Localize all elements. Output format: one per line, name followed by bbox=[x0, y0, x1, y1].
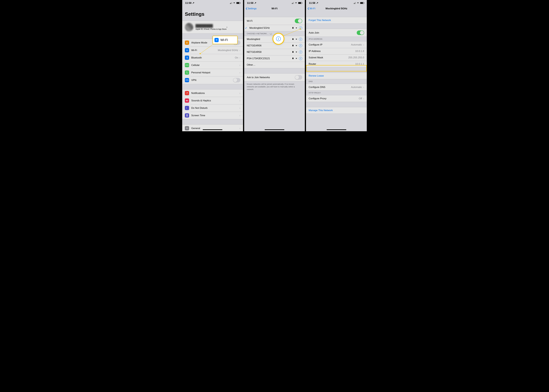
row-bluetooth[interactable]: BluetoothOn› bbox=[182, 54, 243, 61]
callout-info: i bbox=[272, 33, 285, 45]
svg-line-7 bbox=[200, 44, 213, 54]
row-subnet-mask: Subnet Mask255.255.255.0 bbox=[306, 54, 367, 61]
info-icon[interactable]: i bbox=[299, 57, 302, 60]
back-button[interactable]: Wi-Fi bbox=[307, 7, 315, 10]
lock-icon bbox=[292, 57, 294, 60]
notif-icon bbox=[185, 91, 189, 95]
chevron-left-icon bbox=[307, 7, 309, 10]
wifi-icon bbox=[295, 38, 298, 41]
bluetooth-icon bbox=[185, 56, 189, 60]
auto-join-row: Auto-Join bbox=[306, 29, 367, 37]
svg-point-1 bbox=[187, 92, 188, 93]
chevron-left-icon bbox=[246, 7, 247, 10]
wifi-icon bbox=[295, 51, 298, 54]
network-row[interactable]: PS4-173A3DC23121i bbox=[244, 55, 305, 62]
apple-id-row[interactable]: ████████ Apple ID, iCloud, iTunes & App … bbox=[182, 21, 243, 34]
chevron-right-icon: › bbox=[239, 56, 240, 59]
auto-join-toggle[interactable] bbox=[357, 30, 364, 35]
nav-title: Mockingbird 5GHz bbox=[326, 7, 347, 10]
manage-network-button[interactable]: Manage This Network bbox=[306, 107, 367, 114]
settings-screen: 11:58↗ Settings ████████ Apple ID, iClou… bbox=[182, 0, 243, 131]
wifi-icon bbox=[295, 57, 298, 60]
ask-to-join-row: Ask to Join Networks bbox=[244, 73, 305, 81]
lock-icon bbox=[292, 44, 294, 47]
wifi-icon bbox=[295, 44, 298, 47]
row-do-not-disturb[interactable]: Do Not Disturb› bbox=[182, 104, 243, 112]
info-icon: i bbox=[276, 36, 281, 41]
row-ip-address: IP Address10.0.1.8 bbox=[306, 48, 367, 54]
renew-lease-button[interactable]: Renew Lease bbox=[306, 73, 367, 79]
sound-icon bbox=[185, 98, 189, 103]
link-icon bbox=[185, 70, 189, 75]
row-screen-time[interactable]: Screen Time› bbox=[182, 112, 243, 119]
svg-point-2 bbox=[187, 128, 187, 129]
home-indicator[interactable] bbox=[203, 129, 222, 130]
row-personal-hotspot[interactable]: Personal Hotspot› bbox=[182, 69, 243, 76]
network-row[interactable]: NETGEAR58i bbox=[244, 49, 305, 55]
wifi-status-icon bbox=[233, 2, 236, 5]
row-notifications[interactable]: Notifications› bbox=[182, 89, 243, 97]
callout-connector bbox=[199, 44, 214, 55]
checkmark-icon: ✓ bbox=[245, 26, 250, 30]
chevron-right-icon: › bbox=[227, 26, 227, 28]
svg-line-9 bbox=[283, 29, 300, 36]
row-general[interactable]: General› bbox=[182, 125, 243, 131]
configure-dns-row[interactable]: Configure DNSAutomatic› bbox=[306, 84, 367, 91]
wifi-icon bbox=[185, 48, 189, 52]
info-icon[interactable]: i bbox=[299, 44, 302, 47]
nav-bar: Wi-Fi Mockingbird 5GHz bbox=[306, 5, 367, 12]
chevron-right-icon: › bbox=[239, 63, 240, 67]
page-title: Settings bbox=[182, 5, 243, 18]
row-vpn: VPNVPN bbox=[182, 76, 243, 84]
chevron-right-icon: › bbox=[239, 99, 240, 102]
row-configure-ip[interactable]: Configure IPAutomatic› bbox=[306, 42, 367, 48]
callout-label: Wi-Fi bbox=[220, 38, 228, 42]
home-indicator[interactable] bbox=[327, 129, 346, 130]
chevron-right-icon: › bbox=[363, 97, 364, 100]
spinner-icon bbox=[270, 33, 272, 35]
toggle[interactable] bbox=[233, 78, 240, 82]
gear-icon bbox=[185, 126, 189, 130]
proxy-header: HTTP PROXY bbox=[306, 91, 367, 95]
wifi-toggle-row: Wi-Fi bbox=[244, 17, 305, 25]
chevron-right-icon: › bbox=[239, 71, 240, 74]
chevron-right-icon: › bbox=[363, 85, 364, 89]
hourglass-icon bbox=[185, 113, 189, 118]
row-sounds-haptics[interactable]: Sounds & Haptics› bbox=[182, 97, 243, 104]
info-icon[interactable]: i bbox=[299, 50, 302, 54]
wifi-screen: 11:58↗ Settings Wi-Fi Wi-Fi ✓ Mockingbir… bbox=[244, 0, 305, 131]
row-router: Router10.0.1.1 bbox=[306, 61, 367, 67]
moon-icon bbox=[185, 106, 189, 110]
network-detail-screen: 11:58↗ Wi-Fi Mockingbird 5GHz Forget Thi… bbox=[306, 0, 367, 131]
vpn-icon: VPN bbox=[185, 78, 189, 82]
chevron-right-icon: › bbox=[239, 126, 240, 130]
chevron-right-icon: › bbox=[239, 91, 240, 95]
home-indicator[interactable] bbox=[265, 129, 285, 130]
status-bar: 11:58↗ bbox=[306, 0, 367, 5]
other-network-row[interactable]: Other… bbox=[244, 62, 305, 68]
back-button[interactable]: Settings bbox=[246, 7, 257, 10]
battery-icon bbox=[236, 2, 240, 4]
chevron-right-icon: › bbox=[363, 43, 364, 46]
status-bar: 11:58↗ bbox=[244, 0, 305, 5]
dns-header: DNS bbox=[306, 79, 367, 84]
info-icon[interactable]: i bbox=[299, 38, 302, 41]
configure-proxy-row[interactable]: Configure ProxyOff› bbox=[306, 95, 367, 102]
ask-footer: Known networks will be joined automatica… bbox=[244, 81, 305, 92]
antenna-icon bbox=[185, 63, 189, 67]
profile-name: ████████ bbox=[195, 24, 227, 28]
signal-icon bbox=[229, 2, 232, 4]
ask-to-join-toggle[interactable] bbox=[295, 75, 302, 80]
callout-connector bbox=[283, 28, 302, 37]
forget-network-button[interactable]: Forget This Network bbox=[306, 17, 367, 23]
airplane-icon bbox=[185, 41, 189, 45]
row-cellular[interactable]: Cellular› bbox=[182, 61, 243, 69]
svg-point-10 bbox=[300, 28, 301, 30]
location-arrow-icon: ↗ bbox=[192, 1, 194, 5]
wifi-toggle[interactable] bbox=[295, 19, 302, 23]
nav-bar: Settings Wi-Fi bbox=[244, 5, 305, 12]
chevron-right-icon: › bbox=[239, 49, 240, 52]
callout-wifi: Wi-Fi bbox=[213, 36, 238, 44]
avatar bbox=[185, 23, 193, 31]
ipv4-header: IPV4 ADDRESS bbox=[306, 37, 367, 41]
